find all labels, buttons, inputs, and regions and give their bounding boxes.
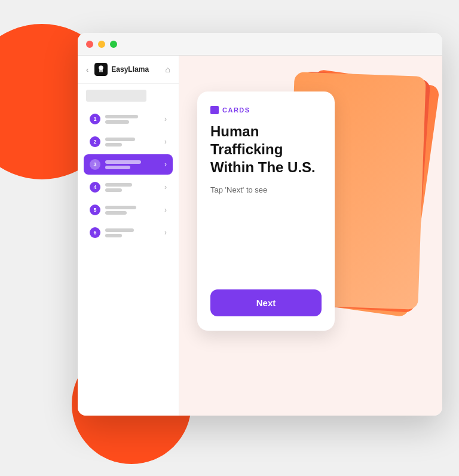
item-5-line-1 <box>105 206 136 209</box>
sidebar-nav-list: 1 › 2 <box>78 105 179 246</box>
sidebar-item-6-left: 6 <box>90 227 134 238</box>
cards-icon <box>210 106 219 114</box>
item-4-line-1 <box>105 183 132 187</box>
brand-logo <box>94 63 108 76</box>
sidebar-item-2[interactable]: 2 › <box>84 132 173 152</box>
item-1-line-2 <box>105 120 129 124</box>
brand-name: EasyLlama <box>111 65 149 74</box>
card-tag: CARDS <box>210 106 322 114</box>
item-number-5: 5 <box>90 205 100 215</box>
item-4-line-2 <box>105 188 122 192</box>
sidebar-item-4-left: 4 <box>90 182 132 193</box>
item-2-arrow: › <box>164 138 167 146</box>
item-1-arrow: › <box>164 115 167 123</box>
item-3-line-2 <box>105 166 130 169</box>
home-icon[interactable]: ⌂ <box>166 65 170 74</box>
minimize-button[interactable] <box>98 41 105 48</box>
item-6-line-2 <box>105 234 122 237</box>
sidebar-header: ‹ EasyLlama ⌂ <box>78 56 179 84</box>
sidebar-item-3[interactable]: 3 › <box>84 154 173 175</box>
item-number-1: 1 <box>90 114 100 124</box>
item-5-lines <box>105 206 136 215</box>
sidebar-item-5-left: 5 <box>90 205 136 215</box>
item-1-lines <box>105 115 138 124</box>
item-6-arrow: › <box>164 228 167 237</box>
card-subtitle: Tap 'Next' to see <box>210 185 322 196</box>
title-bar <box>78 33 442 56</box>
card-tag-label: CARDS <box>222 106 250 114</box>
browser-window: ‹ EasyLlama ⌂ 1 <box>78 33 442 416</box>
card-title: Human Trafficking Within The U.S. <box>210 123 322 176</box>
item-2-line-1 <box>105 138 135 141</box>
item-3-arrow: › <box>164 160 167 169</box>
item-6-lines <box>105 228 134 237</box>
item-number-6: 6 <box>90 227 100 238</box>
maximize-button[interactable] <box>110 41 117 48</box>
sidebar-item-3-left: 3 <box>90 159 141 170</box>
main-content: CARDS Human Trafficking Within The U.S. … <box>179 56 442 416</box>
close-button[interactable] <box>86 41 93 48</box>
item-1-line-1 <box>105 115 138 118</box>
back-icon[interactable]: ‹ <box>86 65 88 74</box>
item-4-arrow: › <box>164 183 167 191</box>
item-5-line-2 <box>105 211 127 215</box>
card-main: CARDS Human Trafficking Within The U.S. … <box>197 91 335 331</box>
item-3-lines <box>105 160 141 169</box>
next-button[interactable]: Next <box>210 289 322 316</box>
sidebar-item-2-left: 2 <box>90 136 135 147</box>
item-5-arrow: › <box>164 206 167 214</box>
item-2-line-2 <box>105 143 122 147</box>
item-4-lines <box>105 183 132 192</box>
item-number-2: 2 <box>90 136 100 147</box>
sidebar-brand: ‹ EasyLlama <box>86 63 149 76</box>
item-6-line-1 <box>105 228 134 232</box>
item-number-3: 3 <box>90 159 100 170</box>
sidebar-item-4[interactable]: 4 › <box>84 177 173 197</box>
sidebar-item-1-left: 1 <box>90 114 138 124</box>
sidebar: ‹ EasyLlama ⌂ 1 <box>78 56 179 416</box>
sidebar-item-5[interactable]: 5 › <box>84 200 173 220</box>
sidebar-item-1[interactable]: 1 › <box>84 109 173 129</box>
item-number-4: 4 <box>90 182 100 193</box>
item-2-lines <box>105 138 135 147</box>
sidebar-item-6[interactable]: 6 › <box>84 222 173 243</box>
item-3-line-1 <box>105 160 141 164</box>
app-content: ‹ EasyLlama ⌂ 1 <box>78 56 442 416</box>
sidebar-section <box>86 90 146 102</box>
